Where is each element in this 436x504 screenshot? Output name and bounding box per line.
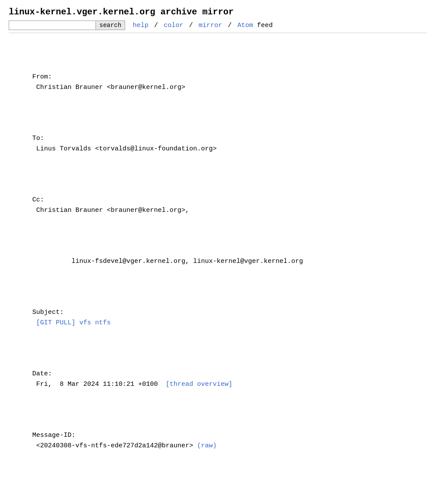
nav-links: help / color / mirror / Atom feed	[129, 22, 272, 29]
nav-link-mirror[interactable]: mirror	[199, 22, 222, 29]
cc-label: Cc:	[32, 196, 44, 204]
nav-divider-1: /	[154, 22, 162, 29]
subject-label: Subject:	[32, 309, 64, 316]
subject-value: [GIT PULL] vfs ntfs	[32, 319, 111, 327]
thread-overview-link[interactable]: [thread overview]	[166, 381, 232, 388]
from-line: From: Christian Brauner <brauner@kernel.…	[9, 61, 427, 103]
search-input[interactable]	[9, 20, 96, 30]
search-container: search	[9, 20, 125, 30]
cc-extra-line: linux-fsdevel@vger.kernel.org, linux-ker…	[9, 246, 427, 277]
to-label: To:	[32, 135, 44, 142]
page-title: linux-kernel.vger.kernel.org archive mir…	[9, 7, 427, 17]
messageid-value: <20240308-vfs-ntfs-ede727d2a142@brauner>…	[32, 442, 217, 450]
nav-divider-2: /	[189, 22, 197, 29]
nav-link-color[interactable]: color	[164, 22, 183, 29]
cc-line: Cc: Christian Brauner <brauner@kernel.or…	[9, 184, 427, 226]
messageid-label: Message-ID:	[32, 432, 75, 439]
subject-line: Subject: [GIT PULL] vfs ntfs	[9, 297, 427, 339]
to-value: Linus Torvalds <torvalds@linux-foundatio…	[32, 145, 217, 153]
nav-divider-3: /	[228, 22, 236, 29]
search-button[interactable]: search	[96, 20, 125, 30]
nav-bar: search help / color / mirror / Atom feed	[9, 20, 427, 33]
page-container: linux-kernel.vger.kernel.org archive mir…	[0, 0, 436, 504]
from-value: Christian Brauner <brauner@kernel.org>	[32, 84, 185, 91]
email-headers: From: Christian Brauner <brauner@kernel.…	[9, 42, 427, 481]
cc-value: Christian Brauner <brauner@kernel.org>,	[32, 207, 189, 214]
nav-feed-label: feed	[257, 22, 273, 29]
nav-link-help[interactable]: help	[133, 22, 148, 29]
date-line: Date: Fri, 8 Mar 2024 11:10:21 +0100 [th…	[9, 358, 427, 400]
from-label: From:	[32, 73, 52, 81]
to-line: To: Linus Torvalds <torvalds@linux-found…	[9, 123, 427, 165]
messageid-line: Message-ID: <20240308-vfs-ntfs-ede727d2a…	[9, 420, 427, 462]
nav-link-atom[interactable]: Atom	[238, 22, 253, 29]
subject-link[interactable]: [GIT PULL] vfs ntfs	[36, 319, 111, 327]
email-body: Hey Linus, /* Summary */ This removes th…	[9, 488, 427, 504]
date-value: Fri, 8 Mar 2024 11:10:21 +0100 [thread o…	[32, 381, 232, 388]
date-label: Date:	[32, 370, 52, 378]
raw-link[interactable]: (raw)	[197, 442, 217, 450]
